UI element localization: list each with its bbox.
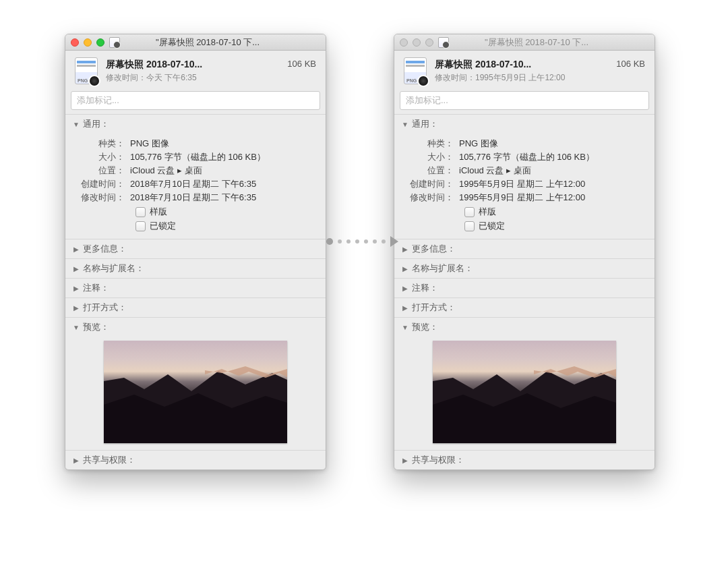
titlebar[interactable]: "屏幕快照 2018-07-10 下... [394,34,655,51]
disclosure-triangle-icon: ▶ [401,304,409,312]
preview-content [394,337,655,450]
minimize-icon[interactable] [413,38,421,47]
locked-checkbox[interactable]: 已锁定 [464,220,645,232]
section-preview[interactable]: ▼预览： [65,317,326,337]
getinfo-window-right: "屏幕快照 2018-07-10 下... PNG 屏幕快照 2018-07-1… [394,34,655,470]
close-icon[interactable] [71,38,79,47]
section-openwith[interactable]: ▶打开方式： [65,297,326,317]
checkbox-icon [135,207,146,217]
filesize: 106 KB [616,59,645,69]
preview-thumbnail[interactable] [433,341,616,443]
modified-short: 修改时间：1995年5月9日 上午12:00 [435,72,608,84]
disclosure-triangle-icon: ▶ [72,285,80,292]
section-general[interactable]: ▼ 通用： [65,114,326,134]
disclosure-triangle-icon: ▶ [72,246,80,253]
section-sharing[interactable]: ▶共享与权限： [65,450,326,469]
disclosure-triangle-icon: ▼ [401,121,409,128]
disclosure-triangle-icon: ▶ [72,457,80,464]
disclosure-triangle-icon: ▶ [401,285,409,292]
modified-short: 修改时间：今天 下午6:35 [106,72,279,84]
getinfo-window-left: "屏幕快照 2018-07-10 下... PNG 屏幕快照 2018-07-1… [65,34,326,470]
svg-marker-1 [104,393,287,443]
info-header: PNG 屏幕快照 2018-07-10... 修改时间：1995年5月9日 上午… [394,51,655,90]
section-comments[interactable]: ▶注释： [65,278,326,297]
section-preview[interactable]: ▼预览： [394,317,655,337]
section-openwith[interactable]: ▶打开方式： [394,297,655,317]
disclosure-triangle-icon: ▼ [72,121,80,128]
minimize-icon[interactable] [84,38,92,47]
checkbox-icon [464,207,475,217]
filename: 屏幕快照 2018-07-10... [106,59,279,71]
file-kind-icon: PNG [404,57,427,84]
close-icon[interactable] [400,38,408,47]
tags-input[interactable]: 添加标记... [400,91,649,110]
disclosure-triangle-icon: ▼ [72,324,80,331]
tags-input[interactable]: 添加标记... [71,91,320,110]
preview-thumbnail[interactable] [104,341,287,443]
preview-content [65,337,326,450]
file-proxy-icon[interactable] [109,37,120,48]
section-moreinfo[interactable]: ▶更多信息： [65,239,326,258]
disclosure-triangle-icon: ▶ [72,304,80,312]
section-moreinfo[interactable]: ▶更多信息： [394,239,655,258]
disclosure-triangle-icon: ▶ [72,265,80,273]
section-nameext[interactable]: ▶名称与扩展名： [394,258,655,278]
filesize: 106 KB [287,59,316,69]
checkbox-icon [464,221,475,231]
titlebar[interactable]: "屏幕快照 2018-07-10 下... [65,34,326,51]
disclosure-triangle-icon: ▼ [401,324,409,331]
file-proxy-icon[interactable] [438,37,449,48]
file-kind-icon: PNG [75,57,98,84]
disclosure-triangle-icon: ▶ [401,246,409,253]
disclosure-triangle-icon: ▶ [401,457,409,464]
checkbox-icon [135,221,146,231]
general-content: 种类：PNG 图像 大小：105,776 字节（磁盘上的 106 KB） 位置：… [394,134,655,239]
filename: 屏幕快照 2018-07-10... [435,59,608,71]
window-title: "屏幕快照 2018-07-10 下... [424,36,649,49]
stationery-checkbox[interactable]: 样版 [464,206,645,218]
stationery-checkbox[interactable]: 样版 [135,206,316,218]
window-title: "屏幕快照 2018-07-10 下... [95,36,320,49]
section-general[interactable]: ▼ 通用： [394,114,655,134]
section-comments[interactable]: ▶注释： [394,278,655,297]
section-sharing[interactable]: ▶共享与权限： [394,450,655,469]
comparison-arrow-icon [326,235,399,248]
general-content: 种类：PNG 图像 大小：105,776 字节（磁盘上的 106 KB） 位置：… [65,134,326,239]
locked-checkbox[interactable]: 已锁定 [135,220,316,232]
disclosure-triangle-icon: ▶ [401,265,409,273]
svg-marker-4 [433,393,616,443]
section-nameext[interactable]: ▶名称与扩展名： [65,258,326,278]
info-header: PNG 屏幕快照 2018-07-10... 修改时间：今天 下午6:35 10… [65,51,326,90]
